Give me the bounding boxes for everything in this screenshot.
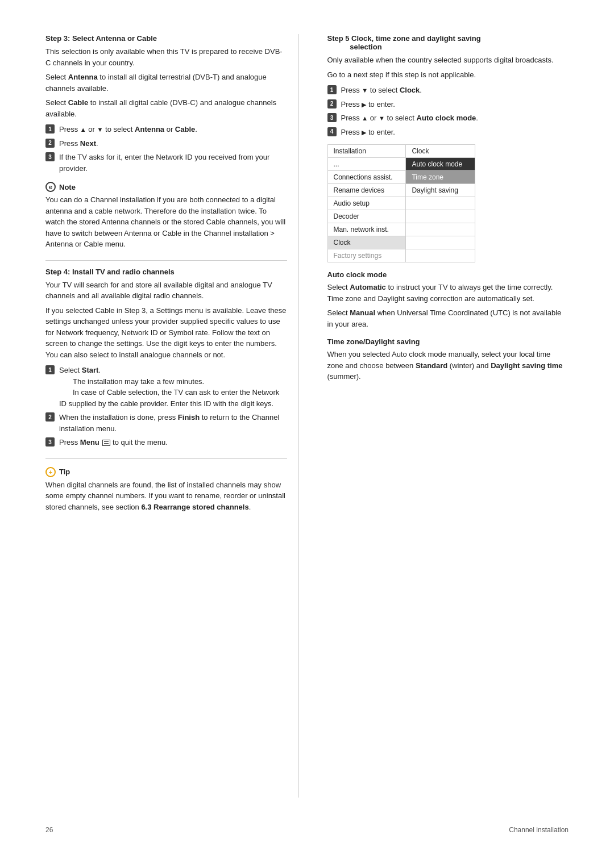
menu-row8-left: Factory settings xyxy=(327,249,406,262)
step3-title: Step 3: Select Antenna or Cable xyxy=(45,34,287,43)
step5-title: Step 5 Clock, time zone and daylight sav… xyxy=(327,34,569,51)
divider2 xyxy=(45,458,287,459)
step4-item2: 2 When the installation is done, press F… xyxy=(45,412,287,434)
step5-item2: 2 Press ▶ to enter. xyxy=(327,99,569,110)
timezone-section: Time zone/Daylight saving When you selec… xyxy=(327,337,569,382)
divider1 xyxy=(45,260,287,261)
step3-list: 1 Press ▲ or ▼ to select Antenna or Cabl… xyxy=(45,124,287,174)
step3-item2: 2 Press Next. xyxy=(45,138,287,149)
tip-title: + Tip xyxy=(45,467,287,477)
left-column: Step 3: Select Antenna or Cable This sel… xyxy=(45,34,299,798)
step5-num3: 3 xyxy=(327,113,337,122)
content-columns: Step 3: Select Antenna or Cable This sel… xyxy=(45,34,569,798)
step5-item4-text: Press ▶ to enter. xyxy=(341,127,395,138)
footer-right: Channel installation xyxy=(509,826,569,834)
step4-item1: 1 Select Start. The installation may tak… xyxy=(45,365,287,409)
right-column: Step 5 Clock, time zone and daylight sav… xyxy=(322,34,569,798)
auto-clock-para1: Select Automatic to instruct your TV to … xyxy=(327,282,569,304)
menu-row-7: Clock xyxy=(327,236,475,249)
menu-row6-left: Man. network inst. xyxy=(327,223,406,236)
auto-clock-para2: Select Manual when Universal Time Coordi… xyxy=(327,307,569,329)
step4-title: Step 4: Install TV and radio channels xyxy=(45,268,287,276)
note-title: e Note xyxy=(45,182,287,192)
menu-row5-left: Decoder xyxy=(327,210,406,223)
step4-para2: If you selected Cable in Step 3, a Setti… xyxy=(45,305,287,361)
menu-row-1: ... Auto clock mode xyxy=(327,158,475,171)
note-icon: e xyxy=(45,182,56,192)
menu-row-3: Rename devices Daylight saving xyxy=(327,184,475,197)
step4-item1-sub1: The installation may take a few minutes. xyxy=(59,377,204,386)
menu-icon xyxy=(102,440,110,446)
menu-table-header: Installation Clock xyxy=(327,145,475,158)
step5-item3-text: Press ▲ or ▼ to select Auto clock mode. xyxy=(341,112,478,124)
step5-item3: 3 Press ▲ or ▼ to select Auto clock mode… xyxy=(327,112,569,124)
menu-row-5: Decoder xyxy=(327,210,475,223)
page-number: 26 xyxy=(45,826,53,834)
step4-num2: 2 xyxy=(45,412,55,422)
menu-row1-right: Auto clock mode xyxy=(406,158,475,171)
menu-table: Installation Clock ... Auto clock mode C… xyxy=(327,144,475,262)
tip-text: When digital channels are found, the lis… xyxy=(45,479,287,513)
menu-row2-right: Time zone xyxy=(406,171,475,184)
menu-row3-left: Rename devices xyxy=(327,184,406,197)
menu-row6-right xyxy=(406,223,475,236)
step4-item2-text: When the installation is done, press Fin… xyxy=(59,412,287,434)
menu-row-8: Factory settings xyxy=(327,249,475,262)
menu-row-4: Audio setup xyxy=(327,197,475,210)
step5-item4: 4 Press ▶ to enter. xyxy=(327,127,569,138)
menu-row2-left: Connections assist. xyxy=(327,171,406,184)
step4-para1: Your TV will search for and store all av… xyxy=(45,279,287,302)
tip-box: + Tip When digital channels are found, t… xyxy=(45,467,287,513)
timezone-title: Time zone/Daylight saving xyxy=(327,337,569,346)
step5-item1: 1 Press ▼ to select Clock. xyxy=(327,85,569,96)
step5-item2-text: Press ▶ to enter. xyxy=(341,99,395,110)
step3-item1: 1 Press ▲ or ▼ to select Antenna or Cabl… xyxy=(45,124,287,135)
page: Step 3: Select Antenna or Cable This sel… xyxy=(0,0,614,868)
menu-row7-left: Clock xyxy=(327,236,406,249)
step3-para3: Select Cable to install all digital cabl… xyxy=(45,97,287,119)
step4-item3-text: Press Menu to quit the menu. xyxy=(59,437,168,448)
step3-num2: 2 xyxy=(45,139,55,148)
step3-item1-text: Press ▲ or ▼ to select Antenna or Cable. xyxy=(59,124,197,135)
step5-num2: 2 xyxy=(327,99,337,108)
menu-row5-right xyxy=(406,210,475,223)
step4-num3: 3 xyxy=(45,437,55,446)
menu-col1-header: Installation xyxy=(327,145,406,158)
menu-row-2: Connections assist. Time zone xyxy=(327,171,475,184)
step3-section: Step 3: Select Antenna or Cable This sel… xyxy=(45,34,287,174)
note-box: e Note You can do a Channel installation… xyxy=(45,182,287,250)
menu-row-6: Man. network inst. xyxy=(327,223,475,236)
menu-row4-right xyxy=(406,197,475,210)
note-text: You can do a Channel installation if you… xyxy=(45,194,287,250)
step3-item3: 3 If the TV asks for it, enter the Netwo… xyxy=(45,152,287,174)
step5-list: 1 Press ▼ to select Clock. 2 Press ▶ to … xyxy=(327,85,569,137)
step4-section: Step 4: Install TV and radio channels Yo… xyxy=(45,268,287,448)
menu-row1-left: ... xyxy=(327,158,406,171)
step4-num1: 1 xyxy=(45,365,55,374)
note-label: Note xyxy=(59,183,76,191)
menu-col2-header: Clock xyxy=(406,145,475,158)
step5-para2: Go to a next step if this step is not ap… xyxy=(327,69,569,81)
step4-item1-text: Select Start. The installation may take … xyxy=(59,365,287,409)
tip-icon: + xyxy=(45,467,56,477)
menu-row4-left: Audio setup xyxy=(327,197,406,210)
step3-item2-text: Press Next. xyxy=(59,138,98,149)
step5-item1-text: Press ▼ to select Clock. xyxy=(341,85,422,96)
auto-clock-title: Auto clock mode xyxy=(327,270,569,279)
menu-row3-right: Daylight saving xyxy=(406,184,475,197)
step3-para1: This selection is only available when th… xyxy=(45,46,287,68)
step5-num4: 4 xyxy=(327,127,337,136)
step3-para2: Select Antenna to install all digital te… xyxy=(45,72,287,94)
step5-para1: Only available when the country selected… xyxy=(327,55,569,66)
step5-num1: 1 xyxy=(327,85,337,94)
auto-clock-section: Auto clock mode Select Automatic to inst… xyxy=(327,270,569,329)
menu-row8-right xyxy=(406,249,475,262)
page-footer: 26 Channel installation xyxy=(45,820,569,834)
step3-item3-text: If the TV asks for it, enter the Network… xyxy=(59,152,287,174)
timezone-para: When you selected Auto clock mode manual… xyxy=(327,349,569,382)
step3-num3: 3 xyxy=(45,152,55,161)
step4-item3: 3 Press Menu to quit the menu. xyxy=(45,437,287,448)
step4-list: 1 Select Start. The installation may tak… xyxy=(45,365,287,448)
step3-num1: 1 xyxy=(45,124,55,133)
menu-row7-right xyxy=(406,236,475,249)
